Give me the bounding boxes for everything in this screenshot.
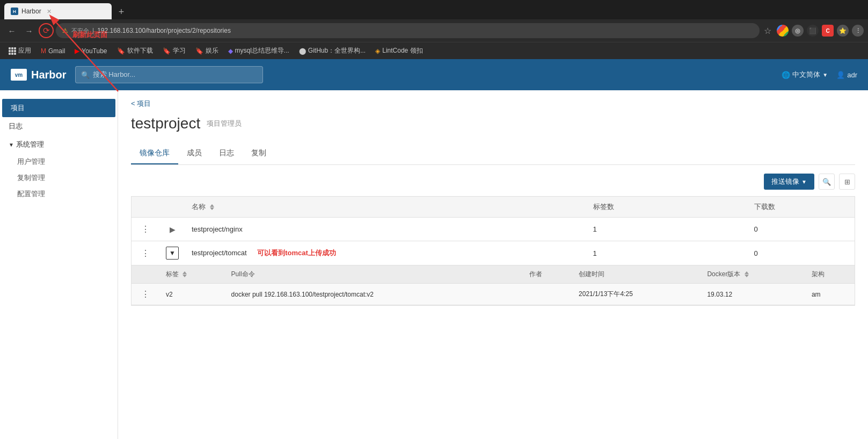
bookmark-software[interactable]: 🔖 软件下载 bbox=[113, 45, 157, 57]
sidebar: 项目 日志 ▼ 系统管理 用户管理 复制管理 配置管理 bbox=[0, 90, 118, 439]
url-display: 192.168.163.100/harbor/projects/2/reposi… bbox=[97, 27, 231, 34]
row-actions-nginx: ⋮ bbox=[132, 218, 160, 241]
replication-label: 复制管理 bbox=[17, 174, 45, 182]
tab-bar: H Harbor ✕ + bbox=[0, 0, 868, 19]
inner-col-actions bbox=[132, 265, 159, 284]
bookmark-gmail[interactable]: M Gmail bbox=[37, 46, 69, 56]
config-label: 配置管理 bbox=[17, 190, 45, 198]
tab-title: Harbor bbox=[21, 8, 41, 15]
sidebar-item-projects[interactable]: 项目 bbox=[2, 99, 115, 117]
sidebar-item-user-mgmt[interactable]: 用户管理 bbox=[0, 154, 118, 170]
gmail-icon: M bbox=[41, 47, 46, 55]
tab-replication[interactable]: 复制 bbox=[243, 143, 275, 164]
project-badge: 项目管理员 bbox=[207, 119, 242, 128]
tomcat-name-cell: testproject/tomcat 可以看到tomcat上传成功 bbox=[185, 241, 587, 265]
push-image-button[interactable]: 推送镜像 ▼ bbox=[764, 174, 814, 190]
bookmark-youtube[interactable]: ▶ YouTube bbox=[70, 46, 111, 56]
tomcat-expanded-row: 标签 Pull命令 bbox=[132, 265, 855, 306]
mysql-label: mysql总结思维导... bbox=[235, 46, 289, 55]
user-mgmt-label: 用户管理 bbox=[17, 157, 45, 165]
tag-table: 标签 Pull命令 bbox=[132, 265, 855, 305]
inner-col-arch: 架构 bbox=[805, 265, 855, 284]
github-icon: ⬤ bbox=[299, 47, 306, 55]
col-tags-header: 标签数 bbox=[587, 197, 748, 218]
project-name: testproject bbox=[131, 115, 200, 132]
nginx-tags-cell: 1 bbox=[587, 218, 748, 241]
sidebar-group-system[interactable]: ▼ 系统管理 bbox=[0, 135, 118, 154]
google-ext-icon[interactable] bbox=[777, 25, 789, 37]
apps-grid-icon bbox=[9, 47, 16, 55]
bookmark-study[interactable]: 🔖 学习 bbox=[158, 45, 190, 57]
user-icon: 👤 bbox=[836, 71, 845, 79]
sidebar-expand-icon: ▼ bbox=[9, 142, 14, 148]
insecure-icon: ⚠ bbox=[62, 27, 68, 34]
entertainment-label: 娱乐 bbox=[206, 46, 218, 55]
filter-button[interactable]: ⊞ bbox=[839, 174, 855, 190]
col-name-header: 名称 bbox=[185, 197, 587, 218]
ext-icon-4[interactable]: C bbox=[822, 25, 834, 37]
active-tab[interactable]: H Harbor ✕ bbox=[4, 3, 112, 19]
nav-bar: ← → ⟳ ⚠ 不安全 | 192.168.163.100/harbor/pro… bbox=[0, 19, 868, 42]
bookmark-star-button[interactable]: ☆ bbox=[764, 26, 771, 36]
harbor-search[interactable]: 🔍 搜索 Harbor... bbox=[75, 66, 263, 83]
harbor-title: Harbor bbox=[31, 69, 67, 81]
refresh-annotation: 刷新此页面 bbox=[72, 30, 107, 40]
col-actions-header bbox=[132, 197, 160, 218]
inner-col-author: 作者 bbox=[523, 265, 572, 284]
ext-icon-5[interactable]: ⭐ bbox=[837, 25, 849, 37]
sidebar-system-label: 系统管理 bbox=[16, 140, 44, 149]
back-to-projects[interactable]: < 项目 bbox=[131, 99, 151, 109]
sidebar-item-logs[interactable]: 日志 bbox=[0, 117, 118, 135]
search-repos-button[interactable]: 🔍 bbox=[819, 174, 835, 190]
user-menu[interactable]: 👤 adr bbox=[836, 71, 857, 79]
bookmarks-bar: 应用 M Gmail ▶ YouTube 🔖 软件下载 🔖 学习 🔖 娱乐 bbox=[0, 42, 868, 59]
new-tab-button[interactable]: + bbox=[114, 4, 129, 19]
bookmark-github[interactable]: ⬤ GitHub：全世界构... bbox=[295, 45, 370, 57]
search-icon: 🔍 bbox=[822, 178, 831, 186]
search-icon: 🔍 bbox=[81, 71, 90, 79]
tab-logs[interactable]: 日志 bbox=[210, 143, 243, 164]
ext-icon-2[interactable]: ◎ bbox=[792, 25, 804, 37]
ext-icon-3[interactable]: ⬛ bbox=[807, 25, 819, 37]
lintcode-label: LintCode 领扣 bbox=[382, 46, 422, 55]
bookmark-lintcode[interactable]: ◈ LintCode 领扣 bbox=[371, 45, 427, 57]
lang-text: 中文简体 bbox=[792, 70, 820, 80]
table-row: ⋮ ▶ testproject/nginx 1 bbox=[132, 218, 855, 241]
tag-actions-cell: ⋮ bbox=[132, 284, 159, 305]
tag-name-cell: v2 bbox=[159, 284, 225, 305]
inner-col-pull: Pull命令 bbox=[225, 265, 523, 284]
nginx-name-cell: testproject/nginx bbox=[185, 218, 587, 241]
tab-image-repo[interactable]: 镜像仓库 bbox=[131, 143, 178, 164]
forward-button[interactable]: → bbox=[21, 23, 37, 38]
bookmark-entertainment[interactable]: 🔖 娱乐 bbox=[191, 45, 223, 57]
created-cell: 2021/1/13下午4:25 bbox=[572, 284, 701, 305]
nginx-more-button[interactable]: ⋮ bbox=[138, 223, 153, 235]
tag-sort-icon[interactable] bbox=[183, 271, 187, 277]
back-button[interactable]: ← bbox=[4, 23, 19, 38]
tomcat-collapse-button[interactable]: ▼ bbox=[166, 247, 179, 260]
name-sort-icon[interactable] bbox=[210, 204, 214, 210]
language-selector[interactable]: 🌐 中文简体 ▼ bbox=[782, 70, 828, 80]
lang-chevron-icon: ▼ bbox=[822, 72, 828, 78]
filter-icon: ⊞ bbox=[844, 178, 850, 186]
sidebar-item-config[interactable]: 配置管理 bbox=[0, 186, 118, 202]
youtube-icon: ▶ bbox=[75, 47, 79, 55]
nginx-expand-button[interactable]: ▶ bbox=[170, 225, 176, 234]
bookmark-mysql[interactable]: ◆ mysql总结思维导... bbox=[224, 45, 294, 57]
ext-icon-menu[interactable]: ⋮ bbox=[852, 25, 864, 37]
tomcat-tags-cell: 1 bbox=[587, 241, 748, 265]
inner-col-docker: Docker版本 bbox=[701, 265, 805, 284]
sidebar-item-replication[interactable]: 复制管理 bbox=[0, 170, 118, 186]
docker-version-cell: 19.03.12 bbox=[701, 284, 805, 305]
tomcat-more-button[interactable]: ⋮ bbox=[138, 247, 153, 260]
bookmark-apps[interactable]: 应用 bbox=[4, 45, 35, 57]
gmail-label: Gmail bbox=[48, 47, 65, 55]
tab-members[interactable]: 成员 bbox=[178, 143, 210, 164]
youtube-label: YouTube bbox=[82, 47, 107, 55]
refresh-button[interactable]: ⟳ bbox=[39, 23, 54, 38]
tag-more-button[interactable]: ⋮ bbox=[138, 288, 153, 300]
docker-sort-icon[interactable] bbox=[745, 271, 749, 277]
bookmark-icon-3: 🔖 bbox=[195, 47, 203, 55]
row-expand-nginx: ▶ bbox=[159, 218, 185, 241]
address-bar[interactable]: ⚠ 不安全 | 192.168.163.100/harbor/projects/… bbox=[56, 23, 760, 38]
